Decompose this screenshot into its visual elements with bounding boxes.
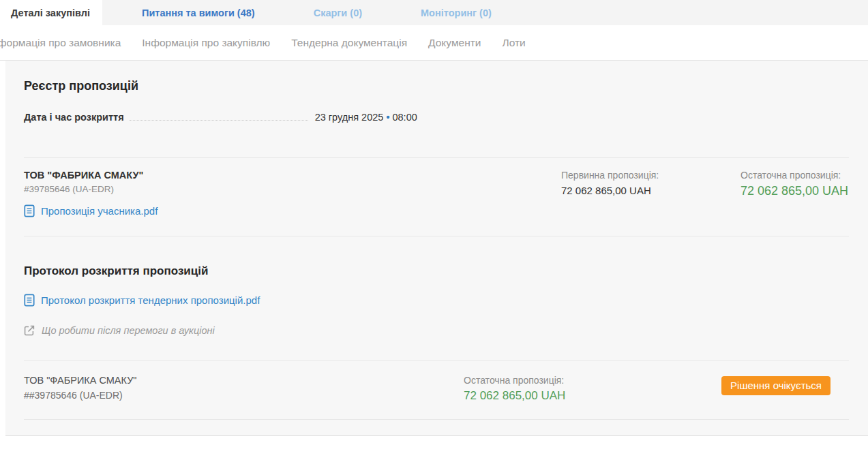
award-final-bid-label: Остаточна пропозиція:: [464, 375, 721, 386]
disclosure-date-row: Дата і час розкриття 23 грудня 2025•08:0…: [24, 112, 868, 123]
award-row: ТОВ "ФАБРИКА СМАКУ" ##39785646 (UA-EDR) …: [24, 361, 868, 403]
final-bid-column: Остаточна пропозиція: 72 062 865,00 UAH: [740, 170, 868, 217]
auction-help-label: Що робити після перемоги в аукціоні: [42, 325, 215, 336]
subnav-item-buyer-info[interactable]: Інформація про замовника: [0, 37, 121, 49]
document-icon: [24, 294, 35, 307]
tab-questions[interactable]: Питання та вимоги (48): [124, 0, 273, 25]
final-bid-value: 72 062 865,00 UAH: [740, 184, 868, 198]
award-supplier-id: ##39785646 (UA-EDR): [24, 390, 464, 401]
subnav-item-tender-info[interactable]: Інформація про закупівлю: [142, 37, 270, 49]
award-supplier-name: ТОВ "ФАБРИКА СМАКУ": [24, 375, 464, 386]
bid-document-label: Пропозиція учасника.pdf: [41, 205, 158, 217]
disclosure-date: 23 грудня 2025: [315, 112, 384, 123]
tab-monitoring[interactable]: Моніторинг (0): [403, 0, 509, 25]
document-icon: [24, 204, 35, 217]
bid-row: ТОВ "ФАБРИКА СМАКУ" #39785646 (UA-EDR) П…: [24, 158, 868, 217]
bids-registry-card: Реєстр пропозицій Дата і час розкриття 2…: [5, 61, 868, 436]
tab-complaints[interactable]: Скарги (0): [296, 0, 380, 25]
section-subnav: Інформація про замовника Інформація про …: [0, 25, 868, 61]
award-final-bid-column: Остаточна пропозиція: 72 062 865,00 UAH: [464, 375, 721, 403]
decision-pending-badge[interactable]: Рішення очікується: [721, 376, 830, 395]
protocol-title: Протокол розкриття пропозицій: [24, 264, 868, 278]
disclosure-date-label: Дата і час розкриття: [24, 112, 124, 123]
protocol-document-link[interactable]: Протокол розкриття тендерних пропозицій.…: [24, 294, 868, 307]
subnav-item-documents[interactable]: Документи: [428, 37, 481, 49]
bullet-separator: •: [386, 112, 389, 123]
award-final-bid-value: 72 062 865,00 UAH: [464, 389, 721, 403]
registry-title: Реєстр пропозицій: [24, 61, 868, 93]
initial-bid-column: Первинна пропозиція: 72 062 865,00 UAH: [561, 170, 740, 217]
dotted-leader: [130, 120, 308, 121]
auction-help-link[interactable]: Що робити після перемоги в аукціоні: [24, 325, 868, 336]
disclosure-time: 08:00: [392, 112, 417, 123]
initial-bid-label: Первинна пропозиція:: [561, 170, 740, 181]
external-link-icon: [24, 325, 35, 336]
protocol-document-label: Протокол розкриття тендерних пропозицій.…: [41, 294, 260, 306]
supplier-id: #39785646 (UA-EDR): [24, 184, 561, 194]
bid-supplier-block: ТОВ "ФАБРИКА СМАКУ" #39785646 (UA-EDR) П…: [24, 170, 561, 217]
subnav-item-lots[interactable]: Лоти: [502, 37, 525, 49]
procurement-tabbar: Деталі закупівлі Питання та вимоги (48) …: [0, 0, 868, 25]
award-supplier-block: ТОВ "ФАБРИКА СМАКУ" ##39785646 (UA-EDR): [24, 375, 464, 403]
disclosure-date-value: 23 грудня 2025•08:00: [315, 112, 417, 123]
separator: [24, 236, 849, 236]
subnav-item-tender-docs[interactable]: Тендерна документація: [291, 37, 407, 49]
final-bid-label: Остаточна пропозиція:: [740, 170, 868, 181]
separator: [24, 419, 849, 420]
bid-document-link[interactable]: Пропозиція учасника.pdf: [24, 204, 561, 217]
initial-bid-value: 72 062 865,00 UAH: [561, 185, 740, 196]
supplier-name: ТОВ "ФАБРИКА СМАКУ": [24, 170, 561, 181]
tab-details[interactable]: Деталі закупівлі: [0, 0, 102, 25]
